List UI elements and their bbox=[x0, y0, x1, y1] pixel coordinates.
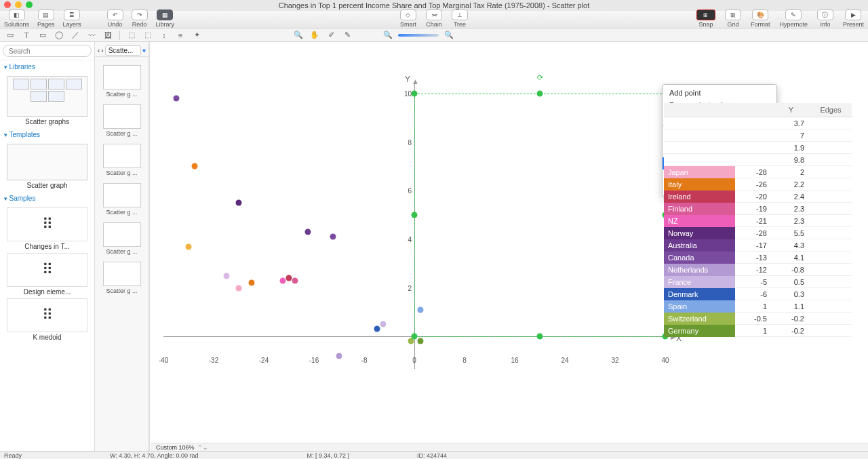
chevron-updown-icon[interactable]: ⌃⌄ bbox=[197, 444, 208, 451]
close-icon[interactable] bbox=[4, 1, 11, 8]
hypernote-button[interactable]: ✎Hypernote bbox=[779, 9, 808, 28]
table-row[interactable]: Italy -26 2.2 bbox=[664, 178, 852, 191]
minimize-icon[interactable] bbox=[15, 1, 22, 8]
zoom-out-icon[interactable]: 🔍 bbox=[382, 30, 394, 41]
data-point[interactable] bbox=[236, 285, 242, 291]
table-row[interactable]: Norway -28 5.5 bbox=[664, 227, 852, 239]
data-point[interactable] bbox=[418, 306, 424, 313]
pan-tool[interactable]: ✋ bbox=[309, 30, 321, 41]
nav-back-icon[interactable]: ‹ bbox=[98, 47, 100, 54]
table-row[interactable]: NZ -21 2.3 bbox=[664, 215, 852, 227]
nav-dropdown-icon[interactable]: ▾ bbox=[142, 47, 146, 54]
dropper-tool[interactable]: ✐ bbox=[325, 30, 337, 41]
nav-fwd-icon[interactable]: › bbox=[101, 47, 103, 54]
table-row[interactable]: Denmark -6 0.3 bbox=[664, 288, 852, 300]
table-row[interactable]: 7 bbox=[664, 129, 852, 142]
table-row[interactable]: Germany 1 -0.2 bbox=[664, 325, 852, 337]
eyedropper-tool[interactable]: ✎ bbox=[341, 30, 353, 41]
data-point[interactable] bbox=[292, 277, 298, 283]
canvas[interactable]: ▲▶YX-40-32-24-16-80816243240246810⟳Add p… bbox=[149, 42, 868, 451]
info-button[interactable]: ⓘInfo bbox=[817, 9, 833, 28]
ellipse-tool[interactable]: ◯ bbox=[53, 30, 65, 41]
table-row[interactable]: Spain 1 1.1 bbox=[664, 300, 852, 313]
data-point[interactable] bbox=[304, 229, 311, 235]
order-tool[interactable]: ↕ bbox=[158, 30, 170, 41]
data-point[interactable] bbox=[192, 163, 198, 169]
data-point[interactable] bbox=[336, 353, 342, 359]
sample-item[interactable]: ⠿Changes in T... bbox=[7, 207, 87, 250]
zoom-in-icon[interactable]: 🔍 bbox=[292, 30, 304, 41]
zoom-fit-icon[interactable]: 🔍 bbox=[443, 30, 455, 41]
table-row[interactable]: Netherlands -12 -0.8 bbox=[664, 264, 852, 276]
rect-tool[interactable]: ▭ bbox=[37, 30, 49, 41]
data-point[interactable] bbox=[380, 321, 386, 327]
nav-thumb[interactable]: Scatter g ... bbox=[102, 262, 142, 294]
library-button[interactable]: ▦Library bbox=[156, 9, 175, 28]
pages-button[interactable]: ▤Pages bbox=[37, 9, 55, 28]
rotate-handle-icon[interactable]: ⟳ bbox=[537, 73, 543, 82]
smart-button[interactable]: ◇Smart bbox=[400, 9, 416, 28]
snap-button[interactable]: ⊞Snap bbox=[696, 9, 715, 28]
template-item-scatter-graph[interactable]: Scatter graph bbox=[7, 144, 87, 189]
data-point[interactable] bbox=[286, 275, 292, 281]
table-row[interactable]: Switzerland -0.5 -0.2 bbox=[664, 313, 852, 325]
search-input[interactable] bbox=[3, 45, 92, 57]
window-controls[interactable] bbox=[4, 1, 33, 8]
polyline-tool[interactable]: 〰 bbox=[85, 30, 98, 41]
ungroup-tool[interactable]: ⬚ bbox=[142, 30, 154, 41]
table-row[interactable]: 1.9 bbox=[664, 142, 852, 154]
table-row[interactable]: Ireland -20 2.4 bbox=[664, 191, 852, 203]
data-point[interactable] bbox=[173, 96, 179, 102]
format-button[interactable]: 🎨Format bbox=[751, 9, 770, 28]
text-tool[interactable]: T bbox=[20, 30, 33, 41]
redo-button[interactable]: ↷Redo bbox=[132, 9, 148, 28]
data-point[interactable] bbox=[248, 280, 254, 286]
line-tool[interactable]: ／ bbox=[69, 30, 81, 41]
group-tool[interactable]: ⬚ bbox=[125, 30, 138, 41]
zoom-icon[interactable] bbox=[26, 1, 33, 8]
selection-handle[interactable] bbox=[412, 90, 418, 96]
data-point[interactable] bbox=[186, 243, 192, 250]
solutions-button[interactable]: ◧Solutions bbox=[4, 9, 29, 28]
zoom-select[interactable]: Custom 106% bbox=[156, 444, 195, 451]
table-row[interactable]: 3.7 bbox=[664, 117, 852, 129]
selection-handle[interactable] bbox=[412, 212, 418, 218]
nav-thumb[interactable]: Scatter g ... bbox=[102, 222, 142, 255]
selection-handle[interactable] bbox=[537, 90, 543, 96]
image-tool[interactable]: 🖼 bbox=[102, 30, 114, 41]
templates-section[interactable]: Templates bbox=[0, 128, 94, 141]
nav-crumb[interactable]: Scatte... bbox=[105, 45, 141, 56]
data-point[interactable] bbox=[374, 326, 380, 332]
zoom-slider[interactable] bbox=[398, 34, 439, 37]
table-row[interactable]: Japan -28 2 bbox=[664, 166, 852, 178]
library-item-scatter-graphs[interactable]: Scatter graphs bbox=[7, 76, 87, 125]
table-row[interactable]: 9.8 bbox=[664, 154, 852, 166]
undo-button[interactable]: ↶Undo bbox=[107, 9, 123, 28]
table-row[interactable]: France -5 0.5 bbox=[664, 276, 852, 288]
wand-tool[interactable]: ✦ bbox=[191, 30, 203, 41]
data-point[interactable] bbox=[330, 234, 336, 240]
layers-button[interactable]: ≣Layers bbox=[63, 9, 81, 28]
selection-handle[interactable] bbox=[537, 334, 543, 340]
data-point[interactable] bbox=[223, 273, 229, 279]
table-row[interactable]: Australia -17 4.3 bbox=[664, 239, 852, 252]
grid-button[interactable]: ⊞Grid bbox=[725, 9, 741, 28]
sample-item[interactable]: ⠿K medoid bbox=[7, 298, 87, 341]
selection-handle[interactable] bbox=[412, 334, 418, 340]
chain-button[interactable]: ⫘Chain bbox=[426, 9, 442, 28]
menu-item[interactable]: Add point bbox=[663, 87, 776, 99]
tree-button[interactable]: ⊥Tree bbox=[452, 9, 468, 28]
libraries-section[interactable]: Libraries bbox=[0, 60, 94, 73]
table-row[interactable]: Canada -13 4.1 bbox=[664, 252, 852, 264]
data-point[interactable] bbox=[418, 338, 424, 344]
nav-thumb[interactable]: Scatter g ... bbox=[102, 144, 142, 176]
table-row[interactable]: Finland -19 2.3 bbox=[664, 203, 852, 215]
data-point[interactable] bbox=[279, 277, 285, 283]
nav-thumb[interactable]: Scatter g ... bbox=[102, 104, 142, 137]
nav-thumb[interactable]: Scatter g ... bbox=[102, 65, 142, 98]
samples-section[interactable]: Samples bbox=[0, 192, 94, 205]
sample-item[interactable]: ⠿Design eleme... bbox=[7, 253, 87, 296]
cursor-tool[interactable]: ▭ bbox=[4, 30, 16, 41]
nav-thumb[interactable]: Scatter g ... bbox=[102, 183, 142, 216]
align-tool[interactable]: ≡ bbox=[174, 30, 186, 41]
